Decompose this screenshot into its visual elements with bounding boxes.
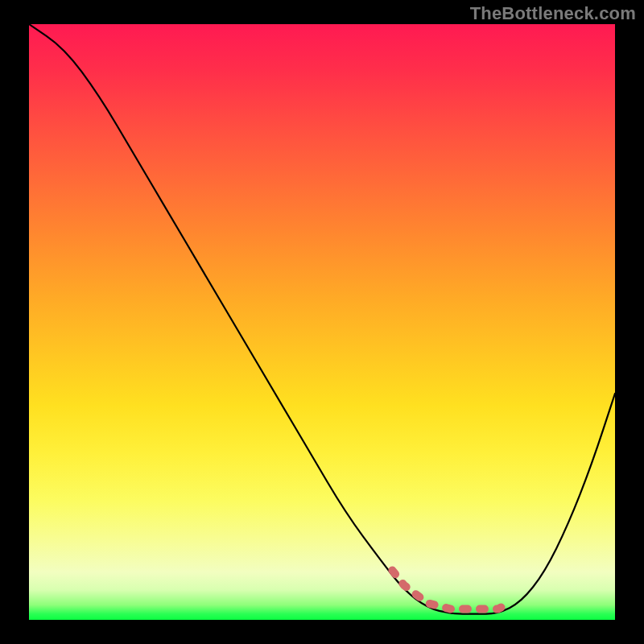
bottleneck-curve xyxy=(29,24,615,614)
plot-area xyxy=(29,24,615,620)
chart-container: TheBottleneck.com xyxy=(0,0,644,644)
optimal-range-marker xyxy=(392,571,510,609)
watermark-text: TheBottleneck.com xyxy=(470,3,636,24)
chart-svg xyxy=(29,24,615,620)
